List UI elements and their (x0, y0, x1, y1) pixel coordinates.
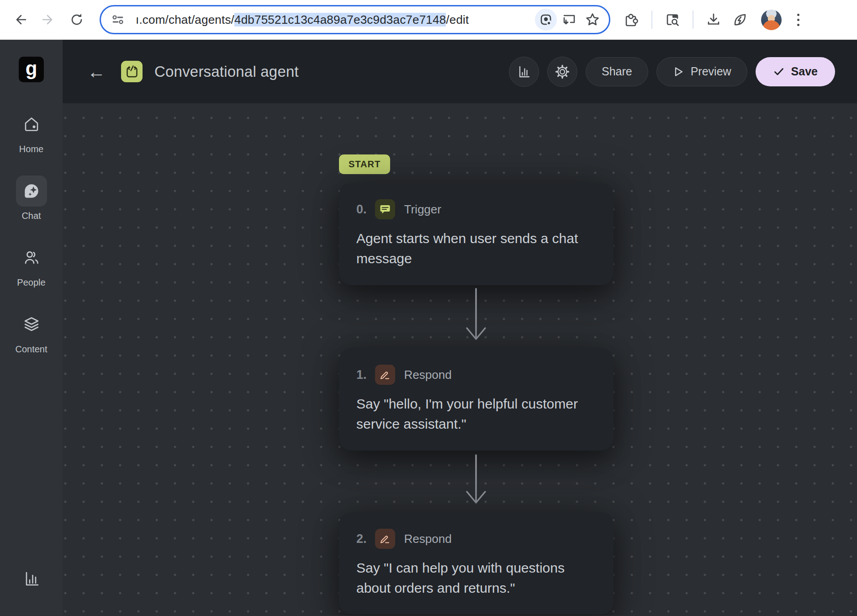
browser-toolbar: ı.com/chat/agents/4db75521c13c4a89a7e3c9… (0, 0, 857, 40)
sidebar-item-label: Content (15, 344, 47, 355)
preview-button[interactable]: Preview (656, 57, 747, 86)
sidebar-item-label: Chat (21, 211, 41, 221)
workflow-node-respond-2[interactable]: 2. Respond Say "I can help you with ques… (339, 512, 614, 615)
extensions-puzzle-icon (624, 12, 639, 27)
browser-back-button[interactable] (9, 9, 31, 31)
node-type-label: Trigger (404, 202, 441, 217)
agent-type-icon (121, 61, 143, 82)
install-app-icon (562, 12, 577, 27)
analytics-bar-chart-icon (22, 570, 41, 588)
node-description: Agent starts when user sends a chat mess… (356, 228, 596, 269)
sidebar: g Home Chat (0, 40, 63, 616)
analytics-button[interactable] (509, 57, 539, 87)
app-logo[interactable]: g (19, 57, 44, 82)
page-title: Conversational agent (154, 63, 299, 80)
check-icon (773, 66, 785, 78)
workflow-canvas[interactable]: START 0. Trigger Agent starts when user … (63, 103, 857, 616)
energy-saver-leaf-icon (732, 11, 748, 28)
lens-search-button[interactable] (535, 9, 557, 31)
url-selected-id: 4db75521c13c4a89a7e3c9d3ac7e7148 (234, 13, 446, 27)
toolbar-divider (693, 11, 693, 29)
kebab-menu-icon (797, 14, 799, 26)
lens-icon (540, 13, 552, 26)
message-icon (375, 199, 395, 219)
toolbar-divider (651, 11, 652, 29)
home-icon (22, 115, 41, 133)
tune-icon (111, 13, 125, 27)
gear-icon (555, 64, 570, 80)
profile-avatar[interactable] (761, 10, 782, 30)
connector-arrow (463, 454, 489, 505)
sidebar-item-chat[interactable]: Chat (16, 175, 47, 221)
start-badge: START (339, 154, 390, 174)
sidebar-item-content[interactable]: Content (15, 309, 47, 355)
sidebar-analytics-button[interactable] (22, 570, 41, 590)
workflow-node-respond-1[interactable]: 1. Respond Say "hello, I'm your helpful … (339, 348, 614, 451)
bookmark-star-icon (585, 12, 600, 27)
node-index: 2. (356, 532, 367, 546)
play-icon (672, 66, 684, 78)
node-type-label: Respond (404, 368, 452, 382)
code-agent-icon (124, 64, 140, 80)
settings-button[interactable] (547, 57, 577, 87)
pen-icon (375, 529, 395, 549)
url-text[interactable]: ı.com/chat/agents/4db75521c13c4a89a7e3c9… (136, 13, 469, 27)
logo-letter: g (26, 59, 37, 78)
node-type-label: Respond (404, 532, 452, 546)
sidebar-item-people[interactable]: People (16, 242, 47, 288)
share-button[interactable]: Share (586, 57, 648, 86)
layers-icon (22, 315, 41, 334)
reload-icon (69, 12, 85, 27)
active-item-highlight (16, 175, 47, 207)
browser-forward-button[interactable] (37, 9, 59, 31)
tab-search-button[interactable] (661, 9, 683, 31)
node-index: 0. (356, 202, 367, 217)
energy-saver-button[interactable] (729, 9, 751, 31)
tab-search-icon (665, 12, 680, 27)
extensions-button[interactable] (620, 9, 642, 31)
download-icon (706, 12, 721, 27)
forward-arrow-icon (41, 12, 56, 27)
chat-sparkle-icon (22, 181, 41, 201)
pen-icon (375, 365, 395, 385)
browser-menu-button[interactable] (787, 9, 809, 31)
node-description: Say "I can help you with questions about… (356, 558, 596, 598)
downloads-button[interactable] (703, 9, 725, 31)
connector-arrow (463, 288, 489, 342)
browser-reload-button[interactable] (66, 9, 88, 31)
sidebar-item-home[interactable]: Home (16, 109, 47, 154)
save-button[interactable]: Save (756, 57, 835, 86)
workflow-node-trigger[interactable]: 0. Trigger Agent starts when user sends … (339, 183, 614, 285)
node-description: Say "hello, I'm your helpful customer se… (356, 394, 596, 434)
sidebar-item-label: People (17, 277, 45, 288)
app-header: ← Conversational agent (63, 40, 857, 103)
back-arrow-icon (12, 12, 28, 27)
people-icon (22, 249, 41, 267)
install-app-button[interactable] (557, 9, 582, 31)
bookmark-star-button[interactable] (582, 9, 603, 31)
url-bar[interactable]: ı.com/chat/agents/4db75521c13c4a89a7e3c9… (100, 5, 610, 34)
sidebar-item-label: Home (19, 144, 43, 154)
back-button[interactable]: ← (85, 63, 108, 81)
bar-chart-icon (517, 64, 531, 79)
node-index: 1. (356, 368, 367, 382)
